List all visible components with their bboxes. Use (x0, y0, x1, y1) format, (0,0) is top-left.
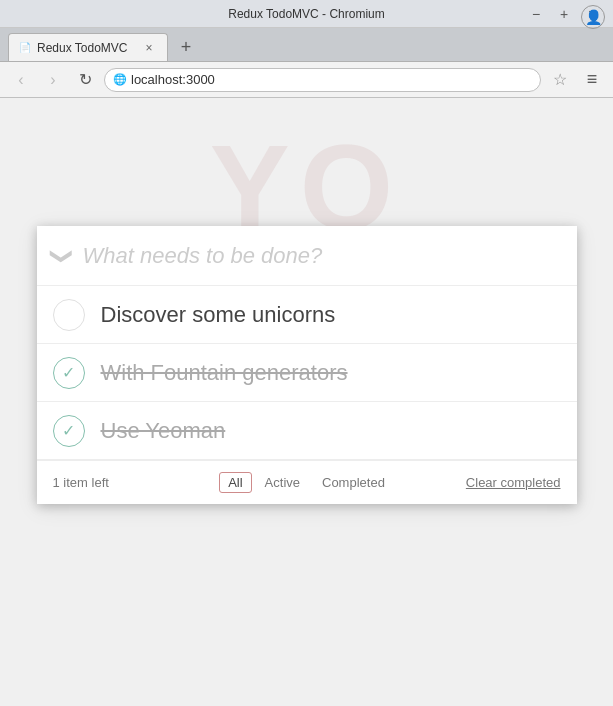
todo-label-3: Use Yeoman (101, 418, 226, 444)
reload-icon: ↻ (79, 70, 92, 89)
todo-checkbox-2[interactable]: ✓ (53, 357, 85, 389)
title-bar: Redux TodoMVC - Chromium − + × (0, 0, 613, 28)
filter-all-button[interactable]: All (219, 472, 251, 493)
reload-button[interactable]: ↻ (72, 67, 98, 93)
new-tab-button[interactable]: + (172, 33, 200, 61)
toggle-all-icon[interactable]: ❯ (49, 247, 75, 265)
clear-completed-button[interactable]: Clear completed (394, 475, 561, 490)
todo-app: ❯ What needs to be done? Discover some u… (37, 226, 577, 504)
todo-footer: 1 item left All Active Completed Clear c… (37, 460, 577, 504)
profile-area: 👤 (581, 0, 605, 34)
checkmark-icon: ✓ (62, 421, 75, 440)
tab-favicon-icon: 📄 (19, 42, 31, 53)
todo-checkbox-3[interactable]: ✓ (53, 415, 85, 447)
profile-icon[interactable]: 👤 (581, 5, 605, 29)
todo-input-row: ❯ What needs to be done? (37, 226, 577, 286)
todo-label-1: Discover some unicorns (101, 302, 336, 328)
star-icon: ☆ (553, 71, 567, 88)
address-text: localhost:3000 (131, 72, 215, 87)
minimize-button[interactable]: − (523, 4, 549, 24)
tab-bar: 📄 Redux TodoMVC × + 👤 (0, 28, 613, 62)
items-left: 1 item left (53, 475, 220, 490)
todo-item: ✓ With Fountain generators (37, 344, 577, 402)
todo-item: ✓ Use Yeoman (37, 402, 577, 460)
forward-button[interactable]: › (40, 67, 66, 93)
active-tab[interactable]: 📄 Redux TodoMVC × (8, 33, 168, 61)
items-left-count: 1 (53, 475, 60, 490)
forward-icon: › (50, 71, 55, 89)
todo-input-placeholder[interactable]: What needs to be done? (83, 243, 561, 269)
filter-buttons: All Active Completed (219, 472, 394, 493)
menu-button[interactable]: ≡ (579, 67, 605, 93)
back-icon: ‹ (18, 71, 23, 89)
address-bar-icon: 🌐 (113, 73, 127, 86)
window-title: Redux TodoMVC - Chromium (228, 7, 385, 21)
filter-completed-button[interactable]: Completed (313, 472, 394, 493)
todo-item: Discover some unicorns (37, 286, 577, 344)
filter-active-button[interactable]: Active (256, 472, 309, 493)
nav-bar: ‹ › ↻ 🌐 localhost:3000 ☆ ≡ (0, 62, 613, 98)
todo-checkbox-1[interactable] (53, 299, 85, 331)
address-bar[interactable]: 🌐 localhost:3000 (104, 68, 541, 92)
browser-window: Redux TodoMVC - Chromium − + × 📄 Redux T… (0, 0, 613, 706)
menu-icon: ≡ (587, 69, 598, 90)
page-content: YO ❯ What needs to be done? Discover som… (0, 98, 613, 706)
items-left-label: item left (63, 475, 109, 490)
back-button[interactable]: ‹ (8, 67, 34, 93)
tab-label: Redux TodoMVC (37, 41, 135, 55)
checkmark-icon: ✓ (62, 363, 75, 382)
maximize-button[interactable]: + (551, 4, 577, 24)
todo-label-2: With Fountain generators (101, 360, 348, 386)
bookmark-button[interactable]: ☆ (547, 67, 573, 93)
tab-close-button[interactable]: × (141, 40, 157, 56)
